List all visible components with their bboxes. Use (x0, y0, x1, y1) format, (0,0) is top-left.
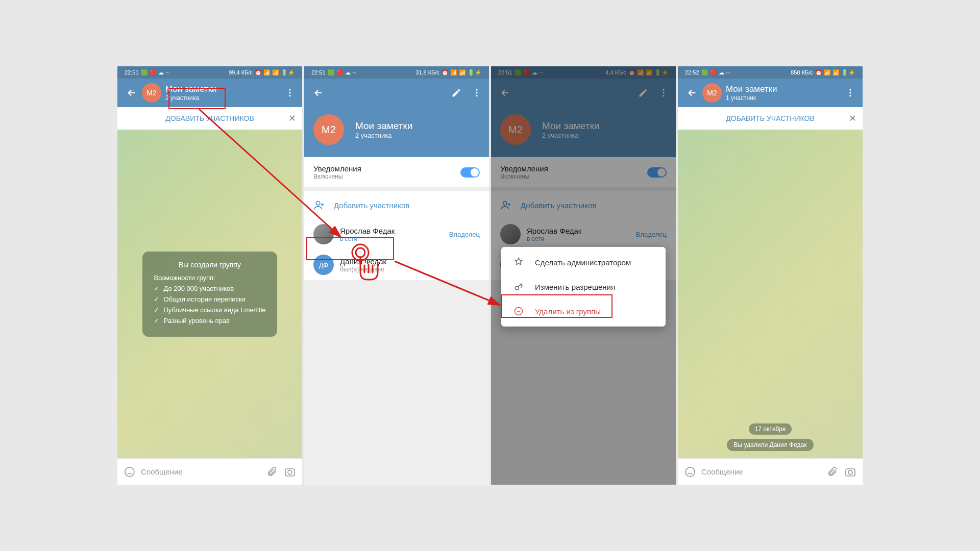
status-time: 22:51 (311, 69, 326, 76)
member-row[interactable]: Ярослав Федак в сети Владелец (304, 219, 489, 249)
back-button[interactable] (308, 83, 329, 103)
status-net: 31,8 КБ/с (415, 69, 439, 76)
edit-button[interactable] (446, 83, 467, 103)
status-net: 850 КБ/с (791, 69, 813, 76)
close-icon[interactable]: ✕ (849, 113, 856, 124)
member-status: в сети (340, 235, 395, 242)
svg-point-0 (289, 89, 290, 91)
member-avatar: ДФ (313, 255, 334, 275)
date-chip: 17 октября (749, 423, 792, 435)
add-members-label: ДОБАВИТЬ УЧАСТНИКОВ (165, 114, 254, 122)
chat-header: М2 Мои заметки 2 участника (117, 79, 302, 107)
check-icon: ✓ (154, 306, 159, 314)
bubble-subhead: Возможности групп: (154, 274, 265, 282)
status-time: 22:52 (685, 69, 699, 76)
member-role: Владелец (449, 231, 480, 238)
svg-point-21 (685, 467, 695, 477)
remove-item[interactable]: Удалить из группы (501, 299, 666, 323)
back-button[interactable] (121, 83, 142, 103)
check-icon: ✓ (154, 317, 159, 324)
profile-top: М2 Мои заметки 2 участника (304, 107, 489, 152)
svg-point-1 (289, 92, 290, 93)
member-name: Данил Федак (340, 257, 386, 266)
remove-icon (513, 306, 524, 316)
svg-point-5 (288, 470, 292, 474)
key-icon (513, 282, 524, 292)
add-members-label: ДОБАВИТЬ УЧАСТНИКОВ (726, 114, 814, 122)
chat-body: 17 октября Вы удалили Данил Федак (678, 130, 863, 458)
make-admin-label: Сделать администратором (535, 258, 631, 267)
group-subtitle: 2 участника (355, 132, 412, 139)
header-titles[interactable]: Мои заметки 2 участника (165, 84, 280, 102)
attach-icon[interactable] (825, 466, 839, 478)
svg-rect-4 (285, 469, 295, 476)
svg-point-20 (849, 95, 851, 96)
permissions-label: Изменить разрешения (535, 283, 615, 291)
svg-point-16 (515, 286, 519, 290)
add-members-bar[interactable]: ДОБАВИТЬ УЧАСТНИКОВ ✕ (678, 107, 863, 130)
add-member-row[interactable]: Добавить участников (304, 191, 489, 219)
admin-icon (513, 257, 524, 267)
svg-point-8 (476, 95, 477, 96)
screenshot-3: 22:51🟩 🔴 ☁ ··· 4,4 КБ/с ⏰ 📶 📶 🔋⚡ М2 Мои … (491, 66, 676, 485)
header-titles[interactable]: Мои заметки 1 участник (726, 84, 840, 102)
group-avatar[interactable]: М2 (313, 114, 344, 145)
group-title: Мои заметки (165, 84, 280, 94)
member-avatar (313, 224, 334, 244)
feature-1: До 200 000 участников (163, 285, 234, 292)
svg-point-9 (316, 202, 320, 205)
check-icon: ✓ (154, 295, 159, 303)
permissions-item[interactable]: Изменить разрешения (501, 274, 666, 299)
make-admin-item[interactable]: Сделать администратором (501, 250, 666, 274)
context-menu: Сделать администратором Изменить разреше… (501, 247, 666, 327)
group-subtitle: 1 участник (726, 94, 840, 102)
emoji-icon[interactable] (683, 466, 697, 478)
profile-body: Уведомления Включены Добавить участников… (304, 152, 489, 485)
camera-icon[interactable] (283, 466, 297, 478)
group-title: Мои заметки (726, 84, 840, 94)
profile-header (304, 79, 489, 107)
message-input[interactable] (141, 467, 260, 476)
screenshot-1: 22:51🟩 🔴 ☁ ··· 99,4 КБ/с ⏰ 📶 📶 🔋⚡ М2 Мои… (117, 66, 302, 485)
svg-point-7 (476, 92, 477, 93)
group-title: Мои заметки (355, 120, 412, 132)
svg-point-19 (849, 92, 851, 93)
member-status: был(а) недавно (340, 266, 386, 273)
back-button[interactable] (682, 83, 702, 103)
menu-button[interactable] (467, 83, 487, 103)
status-bar: 22:51🟩 🔴 ☁ ··· 99,4 КБ/с ⏰ 📶 📶 🔋⚡ (117, 66, 302, 79)
group-avatar[interactable]: М2 (142, 83, 161, 103)
status-bar: 22:52🟩 🔴 ☁ ··· 850 КБ/с ⏰ 📶 📶 🔋⚡ (678, 66, 863, 79)
attach-icon[interactable] (264, 466, 279, 478)
notifications-title: Уведомления (313, 164, 361, 173)
close-icon[interactable]: ✕ (288, 113, 296, 124)
member-name: Ярослав Федак (340, 227, 395, 235)
svg-point-18 (849, 89, 851, 91)
svg-point-3 (125, 467, 134, 477)
svg-rect-22 (846, 469, 855, 476)
chat-body: Вы создали группу Возможности групп: ✓До… (117, 130, 302, 458)
remove-label: Удалить из группы (535, 307, 601, 316)
notifications-toggle[interactable] (460, 167, 480, 178)
system-message: Вы удалили Данил Федак (727, 439, 814, 451)
status-net: 99,4 КБ/с (229, 69, 253, 76)
message-input[interactable] (701, 467, 821, 476)
chat-header: М2 Мои заметки 1 участник (678, 79, 863, 107)
member-row[interactable]: ДФ Данил Федак был(а) недавно (304, 249, 489, 280)
check-icon: ✓ (154, 285, 159, 292)
emoji-icon[interactable] (122, 466, 137, 478)
group-avatar[interactable]: М2 (702, 83, 722, 103)
notifications-section[interactable]: Уведомления Включены (304, 157, 489, 187)
add-user-icon (313, 199, 325, 211)
notifications-status: Включены (313, 173, 361, 180)
add-members-bar[interactable]: ДОБАВИТЬ УЧАСТНИКОВ ✕ (117, 107, 302, 130)
svg-point-2 (289, 95, 290, 96)
status-bar: 22:51🟩 🔴 ☁ ··· 31,8 КБ/с ⏰ 📶 📶 🔋⚡ (304, 66, 489, 79)
menu-button[interactable] (280, 83, 300, 103)
menu-button[interactable] (840, 83, 861, 103)
camera-icon[interactable] (843, 466, 857, 478)
feature-4: Разный уровень прав (163, 317, 229, 324)
svg-point-6 (476, 89, 477, 91)
message-input-bar (117, 458, 302, 485)
screenshot-4: 22:52🟩 🔴 ☁ ··· 850 КБ/с ⏰ 📶 📶 🔋⚡ М2 Мои … (678, 66, 863, 485)
